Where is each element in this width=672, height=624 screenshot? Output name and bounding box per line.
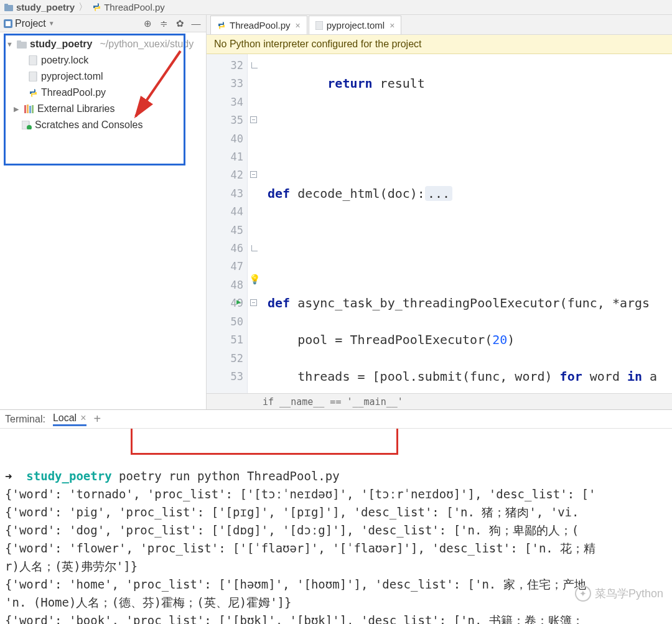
terminal-tool-window: Terminal: Local × + ➜ study_poetry poetr… xyxy=(0,409,672,624)
python-icon xyxy=(217,21,226,30)
svg-rect-5 xyxy=(17,40,21,44)
project-tool-window: Project ▼ ⊕ ≑ ✿ — ▼ study_poetry ~/pytho… xyxy=(0,15,207,409)
locate-icon[interactable]: ⊕ xyxy=(141,17,154,30)
editor-breadcrumb[interactable]: if __name__ == '__main__' xyxy=(207,393,672,409)
project-icon xyxy=(4,19,12,28)
chevron-right-icon: 〉 xyxy=(78,1,88,13)
terminal-tabs: Terminal: Local × + xyxy=(0,410,672,429)
svg-rect-1 xyxy=(4,4,8,7)
code-content[interactable]: return result def decode_html(doc):... d… xyxy=(263,54,672,393)
terminal-tab-local[interactable]: Local × xyxy=(53,412,86,426)
svg-rect-7 xyxy=(29,72,37,81)
svg-rect-9 xyxy=(27,105,29,113)
hide-icon[interactable]: — xyxy=(190,17,202,30)
tree-scratches[interactable]: Scratches and Consoles xyxy=(0,117,206,133)
svg-rect-11 xyxy=(32,105,34,113)
close-icon[interactable]: × xyxy=(296,21,301,30)
run-gutter-icon[interactable]: ▶ xyxy=(236,297,241,306)
breadcrumb-file[interactable]: ThreadPool.py xyxy=(104,2,165,12)
tab-threadpool[interactable]: ThreadPool.py × xyxy=(210,16,307,34)
editor-tabs: ThreadPool.py × pyproject.toml × xyxy=(207,15,672,35)
tree-file-pyproject[interactable]: pyproject.toml xyxy=(0,68,206,85)
folder-icon xyxy=(4,2,14,12)
svg-rect-3 xyxy=(6,21,11,26)
project-view-switcher[interactable]: Project ▼ xyxy=(4,18,55,29)
gear-icon[interactable]: ✿ xyxy=(174,17,186,30)
close-icon[interactable]: × xyxy=(80,412,86,424)
library-icon xyxy=(24,103,35,114)
chevron-down-icon: ▼ xyxy=(49,20,55,27)
tab-pyproject[interactable]: pyproject.toml × xyxy=(309,16,402,34)
gutter[interactable]: 32 33 34 35 40 41 42 43 44 45 46 47 48 4… xyxy=(207,54,248,393)
annotation-box xyxy=(131,429,398,455)
python-icon xyxy=(91,2,101,12)
svg-rect-10 xyxy=(29,106,31,113)
tree-external-libraries[interactable]: ▶ External Libraries xyxy=(0,101,206,117)
interpreter-banner[interactable]: No Python interpreter configured for the… xyxy=(207,35,672,54)
tree-file-poetry-lock[interactable]: poetry.lock xyxy=(0,52,206,68)
breadcrumb-root[interactable]: study_poetry xyxy=(16,2,75,12)
file-icon xyxy=(27,55,39,66)
project-toolbar: Project ▼ ⊕ ≑ ✿ — xyxy=(0,15,206,32)
file-icon xyxy=(27,71,39,82)
breadcrumb: study_poetry 〉 ThreadPool.py xyxy=(0,0,672,15)
terminal-title: Terminal: xyxy=(5,414,45,425)
editor-area: ThreadPool.py × pyproject.toml × No Pyth… xyxy=(207,15,672,409)
svg-rect-6 xyxy=(29,55,37,65)
project-tree[interactable]: ▼ study_poetry ~/python_xuexi/study poet… xyxy=(0,32,206,137)
svg-rect-8 xyxy=(24,105,26,113)
folder-icon xyxy=(16,39,27,50)
close-icon[interactable]: × xyxy=(390,21,394,30)
add-terminal-icon[interactable]: + xyxy=(94,412,101,426)
lightbulb-icon[interactable]: 💡 xyxy=(249,274,261,285)
fold-column[interactable]: 💡 ▶ xyxy=(248,54,263,393)
disclose-icon[interactable]: ▼ xyxy=(6,40,14,48)
disclose-icon[interactable]: ▶ xyxy=(14,105,21,113)
code-editor[interactable]: 32 33 34 35 40 41 42 43 44 45 46 47 48 4… xyxy=(207,54,672,393)
tree-file-threadpool[interactable]: ThreadPool.py xyxy=(0,85,206,101)
scratches-icon xyxy=(21,119,32,131)
svg-rect-15 xyxy=(315,21,323,30)
collapse-icon[interactable]: ≑ xyxy=(157,17,170,30)
file-icon xyxy=(315,21,323,30)
terminal-output[interactable]: ➜ study_poetry poetry run python ThreadP… xyxy=(0,429,672,624)
tree-project-root[interactable]: ▼ study_poetry ~/python_xuexi/study xyxy=(0,36,206,52)
python-icon xyxy=(27,87,39,98)
